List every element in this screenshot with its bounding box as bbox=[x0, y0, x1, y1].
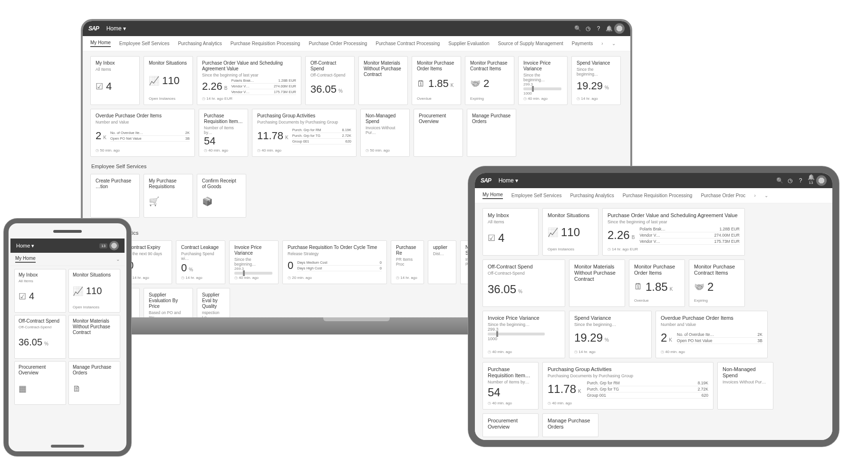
bell-icon[interactable]: 🔔 bbox=[604, 25, 614, 32]
nav-expand-icon[interactable]: ⌄ bbox=[612, 41, 616, 46]
shell-bar-tablet: SAP Home ▾ 🔍 ◷ ? 🔔13 bbox=[475, 173, 832, 188]
avatar[interactable] bbox=[816, 175, 827, 186]
nav-po-proc[interactable]: Purchase Order Proc bbox=[701, 193, 745, 198]
avatar[interactable] bbox=[614, 23, 625, 34]
tile-materials-no-contract[interactable]: Monitor Materials Without Purchase Contr… bbox=[358, 56, 408, 105]
phone-frame: Home ▾ 13 My Home ⌄ My Inbox All Items ☑… bbox=[4, 219, 131, 456]
tile-pr-item[interactable]: Purchase Requisition Item… Number of Ite… bbox=[482, 362, 539, 410]
tile-procurement-overview[interactable]: Procurement Overview bbox=[414, 109, 463, 157]
tile-my-inbox[interactable]: My Inbox All Items ☑4 bbox=[482, 208, 539, 256]
tile-invoice-variance[interactable]: Invoice Price Variance Since the beginni… bbox=[518, 56, 568, 105]
tile-procurement-overview[interactable]: Procurement Overview bbox=[482, 413, 539, 437]
nav-tabs: My Home Employee Self Services Purchasin… bbox=[83, 36, 630, 51]
box-icon: 📦 bbox=[202, 196, 212, 207]
tile-my-inbox[interactable]: My Inbox All Items ☑4 bbox=[90, 56, 140, 105]
nav-analytics[interactable]: Purchasing Analytics bbox=[570, 193, 614, 198]
home-dropdown[interactable]: Home ▾ bbox=[16, 243, 34, 249]
nav-analytics[interactable]: Purchasing Analytics bbox=[178, 41, 222, 46]
tile-procurement-overview[interactable]: Procurement Overview ▦ bbox=[14, 361, 66, 405]
nav-expand-icon[interactable]: ⌄ bbox=[764, 193, 768, 198]
search-icon[interactable]: 🔍 bbox=[572, 25, 583, 32]
clock-icon[interactable]: ◷ bbox=[785, 177, 795, 184]
variance-slider-2 bbox=[234, 272, 272, 275]
trend-icon: 📈 bbox=[73, 286, 83, 296]
tile-manage-po[interactable]: Manage Purchase Orders bbox=[542, 413, 598, 437]
tile-monitor-situations[interactable]: Monitor Situations 📈110 Open Instances bbox=[542, 208, 598, 256]
tile-po-items[interactable]: Monitor Purchase Order Items 🗓1.85K Over… bbox=[629, 259, 685, 307]
tile-monitor-situations[interactable]: Monitor Situations 📈110 Open Instances bbox=[68, 269, 120, 313]
check-icon: ☑ bbox=[19, 291, 26, 302]
tile-po-items[interactable]: Monitor Purchase Order Items 🗓1.85K Over… bbox=[412, 56, 461, 105]
help-icon[interactable]: ? bbox=[795, 177, 806, 184]
nav-pr-proc[interactable]: Purchase Requisition Processing bbox=[623, 193, 693, 198]
tile-non-managed[interactable]: Non-Managed Spend Invoices Without Pur… bbox=[717, 362, 773, 410]
tile-my-pr[interactable]: My Purchase Requisitions 🛒 bbox=[144, 174, 193, 218]
tile-overdue-po[interactable]: Overdue Purchase Order Items Number and … bbox=[656, 311, 768, 358]
tile-po-value[interactable]: Purchase Order Value and Scheduling Agre… bbox=[602, 208, 745, 256]
doc-icon: 🗎 bbox=[73, 384, 81, 394]
tile-po-value[interactable]: Purchase Order Value and Scheduling Agre… bbox=[197, 56, 301, 105]
nav-expand-icon[interactable]: ⌄ bbox=[116, 257, 120, 262]
variance-slider bbox=[523, 87, 561, 90]
check-icon: ☑ bbox=[488, 233, 495, 243]
tile-pr-cycle[interactable]: Purchase Requisition To Order Cycle Time… bbox=[282, 240, 387, 284]
nav-more-icon[interactable]: › bbox=[754, 193, 755, 198]
tile-off-contract[interactable]: Off-Contract Spend Off-Contract-Spend 36… bbox=[305, 56, 355, 105]
tile-pc-items[interactable]: Monitor Purchase Contract Items 🤝2 Expir… bbox=[689, 259, 745, 307]
nav-more-icon[interactable]: › bbox=[601, 41, 603, 46]
shell-bar: SAP Home ▾ 🔍 ◷ ? 🔔 bbox=[83, 21, 630, 36]
tile-monitor-situations[interactable]: Monitor Situations 📈110 Open Instances bbox=[144, 56, 193, 105]
tile-pr-proc-cut[interactable]: Purchase Re PR Items Proc 14 hr. ago bbox=[391, 240, 424, 284]
tile-spend-variance[interactable]: Spend Variance Since the beginning… 19.2… bbox=[569, 311, 652, 358]
nav-my-home[interactable]: My Home bbox=[15, 256, 36, 263]
tile-contract-leakage[interactable]: Contract Leakage Purchasing Spend wi… 0%… bbox=[176, 240, 225, 284]
nav-ess[interactable]: Employee Self Services bbox=[119, 41, 170, 46]
tile-materials-no-contract[interactable]: Monitor Materials Without Purchase Contr… bbox=[569, 259, 625, 307]
search-icon[interactable]: 🔍 bbox=[774, 177, 785, 184]
sap-logo: SAP bbox=[481, 177, 491, 184]
tile-overdue-po[interactable]: Overdue Purchase Order Items Number and … bbox=[90, 109, 195, 157]
tile-off-contract[interactable]: Off-Contract Spend Off-Contract-Spend 36… bbox=[482, 259, 565, 307]
home-dropdown[interactable]: Home ▾ bbox=[106, 25, 126, 32]
tile-pg-activity[interactable]: Purchasing Group Activities Purchasing D… bbox=[542, 362, 714, 410]
nav-pc-proc[interactable]: Purchase Contract Processing bbox=[376, 41, 440, 46]
nav-pr-proc[interactable]: Purchase Requisition Processing bbox=[231, 41, 300, 46]
nav-supplier[interactable]: Supplier Evaluation bbox=[448, 41, 489, 46]
nav-ess[interactable]: Employee Self Services bbox=[511, 193, 562, 198]
tile-manage-po[interactable]: Manage Purchase Orders bbox=[467, 109, 516, 157]
help-icon[interactable]: ? bbox=[593, 25, 604, 32]
home-dropdown[interactable]: Home ▾ bbox=[499, 177, 518, 184]
tile-spend-variance[interactable]: Spend Variance Since the beginning… 19.2… bbox=[571, 56, 621, 105]
tile-pc-items[interactable]: Monitor Purchase Contract Items 🤝2 Expir… bbox=[465, 56, 514, 105]
clock-icon[interactable]: ◷ bbox=[583, 25, 593, 32]
tile-confirm-receipt[interactable]: Confirm Receipt of Goods 📦 bbox=[197, 174, 246, 218]
nav-payments[interactable]: Payments bbox=[572, 41, 593, 46]
tile-invoice-variance[interactable]: Invoice Price Variance Since the beginni… bbox=[482, 311, 565, 358]
bell-icon[interactable]: 🔔13 bbox=[806, 174, 816, 188]
tile-pr-item[interactable]: Purchase Requisition Item… Number of Ite… bbox=[199, 109, 248, 157]
phone-speaker bbox=[53, 230, 82, 233]
cart-icon: 🛒 bbox=[149, 196, 159, 207]
tile-pg-activity[interactable]: Purchasing Group Activities Purchasing D… bbox=[252, 109, 357, 157]
tile-supplier-cut[interactable]: upplier Dist… bbox=[428, 240, 456, 284]
tile-my-inbox[interactable]: My Inbox All Items ☑4 bbox=[14, 269, 66, 313]
nav-my-home[interactable]: My Home bbox=[90, 40, 111, 47]
variance-slider bbox=[488, 333, 545, 335]
nav-sos[interactable]: Source of Supply Management bbox=[498, 41, 563, 46]
tile-manage-po[interactable]: Manage Purchase Orders 🗎 bbox=[68, 361, 120, 405]
tile-materials-no-contract[interactable]: Monitor Materials Without Purchase Contr… bbox=[68, 315, 120, 359]
nav-po-proc[interactable]: Purchase Order Processing bbox=[309, 41, 367, 46]
nav-tabs-tablet: My Home Employee Self Services Purchasin… bbox=[475, 188, 832, 203]
avatar[interactable] bbox=[109, 241, 119, 250]
calendar-icon: 🗓 bbox=[634, 282, 643, 292]
tile-create-pr[interactable]: Create Purchase …tion bbox=[90, 174, 140, 218]
tile-board-phone: My Inbox All Items ☑4 Monitor Situations… bbox=[10, 266, 125, 408]
shell-bar-phone: Home ▾ 13 bbox=[10, 239, 125, 253]
phone-screen: Home ▾ 13 My Home ⌄ My Inbox All Items ☑… bbox=[10, 239, 125, 440]
tile-off-contract[interactable]: Off-Contract Spend Off-Contract-Spend 36… bbox=[14, 315, 66, 359]
tile-non-managed[interactable]: Non-Managed Spend Invoices Without Pur… … bbox=[360, 109, 410, 157]
notification-badge[interactable]: 13 bbox=[99, 243, 107, 248]
handshake-icon: 🤝 bbox=[694, 282, 704, 292]
nav-my-home[interactable]: My Home bbox=[482, 192, 503, 199]
tile-invoice-variance-2[interactable]: Invoice Price Variance Since the beginni… bbox=[229, 240, 279, 284]
